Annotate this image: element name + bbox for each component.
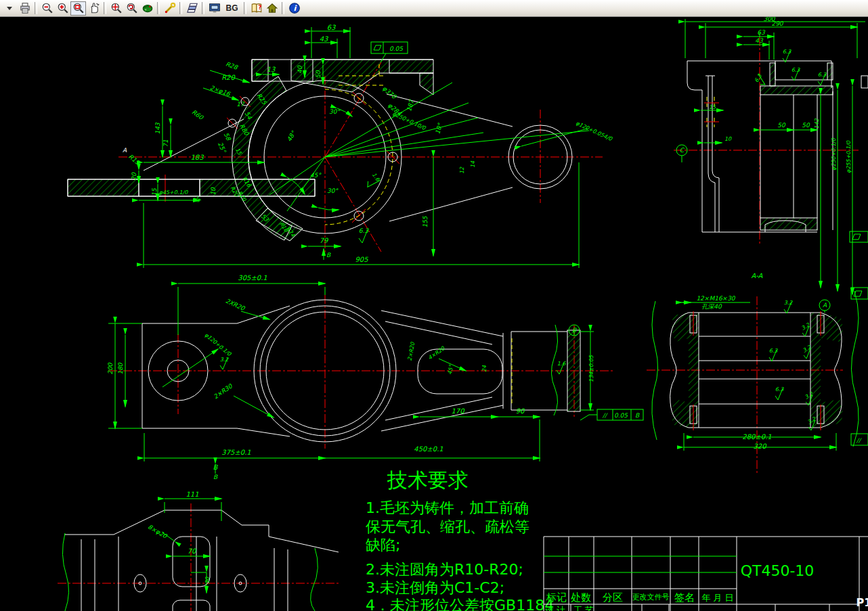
dimension-label: R15	[127, 153, 142, 166]
tech-requirements-line: 1.毛坯为铸件，加工前确	[366, 499, 529, 516]
dimension-label: 905	[355, 256, 368, 263]
tech-requirements-line: 保无气孔、缩孔、疏松等	[366, 518, 529, 535]
dimension-label: 375±0.1	[221, 449, 251, 456]
zoom-previous-button[interactable]	[124, 1, 139, 16]
dimension-label: 1.6	[557, 361, 567, 367]
dimension-label: 6.3	[775, 386, 785, 392]
dimension-label: 6.3	[783, 49, 792, 55]
cad-canvas[interactable]: 技术要求 1.毛坯为铸件，加工前确 保无气孔、缩孔、疏松等 缺陷; 2.未注圆角…	[0, 17, 868, 611]
view-plan	[108, 284, 643, 474]
dimension-label: φ250+0.10/0	[391, 110, 427, 131]
view-front-elevation	[68, 27, 603, 268]
zoom-out-button[interactable]	[39, 1, 55, 16]
dimension-label: 2×R20	[407, 341, 416, 361]
dimension-label: 143	[154, 122, 161, 134]
revision-header: 处数	[571, 591, 591, 604]
dimension-label: 30°	[327, 187, 339, 194]
toolbar-separator	[157, 2, 160, 14]
display-button[interactable]	[207, 1, 222, 16]
dimension-label: 2XR20	[225, 297, 246, 312]
dimension-label: φ250+0.1/0	[831, 137, 837, 171]
dimension-label: 13	[267, 66, 276, 73]
dimension-label: 3.2	[784, 300, 794, 306]
zoom-in-icon	[57, 2, 69, 14]
toolbar-separator	[35, 2, 37, 14]
tech-requirements-title: 技术要求	[387, 468, 469, 492]
dimension-label: 30	[204, 576, 211, 584]
dimension-label: 50	[315, 70, 322, 78]
dimension-label: 10	[724, 136, 732, 142]
view-bottom-detail	[58, 499, 339, 611]
aerial-view-icon	[142, 2, 154, 14]
dimension-label: 6.3	[359, 227, 370, 234]
toolbar-separator	[179, 2, 182, 14]
toolbar-separator	[104, 2, 106, 14]
dimension-label: 17	[236, 101, 245, 108]
dimension-label: 12	[459, 166, 465, 174]
dimension-label: 25°	[217, 141, 227, 154]
dimension-label: 14	[470, 160, 476, 168]
aerial-view-button[interactable]	[139, 1, 155, 16]
wrench-icon	[164, 2, 176, 14]
help-book-icon: ?	[251, 2, 263, 14]
dimension-label: 2×φ16	[209, 84, 232, 97]
zoom-window-button[interactable]	[70, 1, 86, 16]
dimension-label: 24	[481, 365, 487, 372]
dimension-label: //	[856, 437, 862, 444]
toolbar-dropdown-button[interactable]	[1, 1, 17, 16]
zoom-extents-button[interactable]	[108, 1, 124, 16]
dimension-label: 50	[802, 122, 810, 129]
zoom-out-icon	[41, 2, 53, 14]
toolbar-separator	[244, 2, 246, 14]
dimension-label: 0.05	[614, 412, 628, 419]
zoom-extents-icon	[110, 2, 123, 14]
material-designation: QT450-10	[741, 562, 815, 579]
dimension-label: 30°	[329, 108, 341, 115]
svg-text:?: ?	[258, 4, 261, 11]
dimension-label: A	[823, 302, 827, 309]
dimension-label: 79	[320, 237, 329, 244]
zoom-in-button[interactable]	[55, 1, 70, 16]
dimension-label: R28	[225, 60, 239, 71]
view-section-right	[674, 19, 868, 294]
dimension-label: B	[213, 463, 219, 471]
chevron-down-icon	[7, 7, 12, 10]
bg-button-label: BG	[226, 3, 238, 13]
dimension-label: 280±0.1	[742, 433, 771, 440]
layers-button[interactable]	[184, 1, 200, 16]
dimension-label: 4×R20	[427, 345, 446, 361]
dimension-label: R60	[191, 108, 205, 121]
bg-button[interactable]: BG	[222, 1, 242, 16]
dimension-label: 45°	[447, 364, 454, 376]
printer-icon	[19, 2, 31, 14]
revision-header: 更改文件号	[632, 593, 670, 602]
home-button[interactable]	[264, 1, 280, 16]
dimension-label: 290	[771, 20, 783, 27]
tech-requirements-line: 3.未注倒角为C1-C2;	[366, 579, 504, 596]
layers-icon	[186, 2, 198, 14]
title-block-partial-label: 工 艺	[573, 605, 594, 611]
dimension-label: 6.3	[818, 72, 827, 78]
dimension-label: 50	[777, 122, 786, 129]
pan-hand-icon	[88, 2, 100, 14]
revision-header: 年 月 日	[701, 593, 733, 603]
title-block-partial-label: 设 计	[545, 605, 565, 611]
dimension-label: 10°	[434, 122, 443, 135]
cad-drawing: 技术要求 1.毛坯为铸件，加工前确 保无气孔、缩孔、疏松等 缺陷; 2.未注圆角…	[0, 17, 868, 611]
info-button[interactable]: i	[286, 1, 302, 16]
toolbar: BG ? i	[0, 0, 868, 17]
revision-header: 签名	[674, 591, 695, 604]
dimension-label: 183	[190, 154, 204, 161]
dimension-label: 3.2	[220, 357, 230, 363]
print-button[interactable]	[17, 1, 32, 16]
help-button[interactable]: ?	[248, 1, 264, 16]
dimension-label: B	[635, 412, 640, 419]
dimension-label: 10	[210, 187, 217, 196]
pan-button[interactable]	[86, 1, 102, 16]
dimension-label: 71	[162, 139, 169, 148]
tools-button[interactable]	[162, 1, 177, 16]
dimension-label: 3.2	[800, 321, 811, 332]
dimension-label: 15	[151, 187, 158, 196]
dimension-label: 63	[757, 29, 766, 36]
dimension-label: 6.3	[769, 348, 779, 354]
